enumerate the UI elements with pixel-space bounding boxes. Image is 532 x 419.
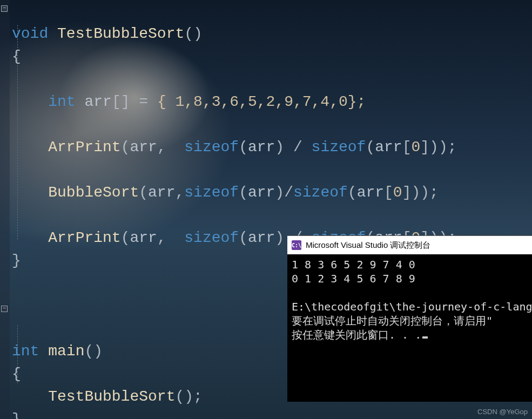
vs-icon: C:\ [292,240,301,250]
paren-close: ) [275,229,284,246]
parentheses: () [84,343,103,360]
paren-open: ( [121,229,130,246]
call-end: (); [175,388,202,405]
brace-close: } [12,252,21,269]
arg-arr: arr [248,139,275,156]
paren-close: ) [429,139,439,156]
console-output[interactable]: 1 8 3 6 5 2 9 7 4 0 0 1 2 3 4 5 6 7 8 9 … [287,254,532,345]
code-line[interactable]: TestBubbleSort(); [12,388,203,405]
call-bubblesort: BubbleSort [48,184,139,201]
identifier-arr: arr [84,93,111,110]
comma: , [175,184,184,201]
code-line[interactable]: ArrPrint(arr, sizeof(arr) / sizeof(arr[0… [12,139,457,156]
brace-open: { [12,366,21,382]
arg-arr: arr [248,184,275,201]
console-cursor [422,336,428,339]
console-titlebar[interactable]: C:\ Microsoft Visual Studio 调试控制台 [287,236,532,254]
literal-zero: 0 [393,184,402,201]
paren-open: ( [239,184,248,201]
bracket-open: [ [384,184,393,201]
call-testbubblesort: TestBubbleSort [48,388,175,405]
stmt-end: ); [439,139,457,156]
call-arrprint: ArrPrint [48,229,120,246]
output-path: E:\thecodeofgit\the-journey-of-c-langu [292,300,532,313]
arg-arr: arr [357,184,384,201]
brace-close: } [12,411,21,419]
stmt-end: ); [420,184,439,201]
code-line[interactable]: BubbleSort(arr,sizeof(arr)/sizeof(arr[0]… [12,184,439,201]
keyword-void: void [12,25,48,42]
arg-arr: arr [130,229,157,246]
comma: , [157,139,184,156]
fold-toggle-icon[interactable]: − [1,306,8,312]
function-main: main [48,343,84,360]
watermark: CSDN @YeGop [477,408,528,416]
brackets: [] [112,93,130,110]
vs-icon-text: C:\ [292,242,301,248]
paren-close: ) [411,184,420,201]
call-arrprint: ArrPrint [48,139,120,156]
code-line[interactable]: } [12,411,21,419]
paren-open: ( [139,184,148,201]
code-line[interactable]: { [12,48,21,65]
keyword-int: int [12,343,39,360]
output-msg: 按任意键关闭此窗口. . . [292,328,421,341]
paren-open: ( [366,139,375,156]
arg-arr: arr [248,229,275,246]
keyword-sizeof: sizeof [184,184,239,201]
bracket-close: ] [420,139,429,156]
operator-div: / [284,184,293,201]
output-line: 1 8 3 6 5 2 9 7 4 0 [292,258,415,271]
code-line[interactable]: void TestBubbleSort() [12,25,203,42]
arg-arr: arr [375,139,402,156]
array-literal: { 1,8,3,6,5,2,9,7,4,0}; [157,93,366,110]
literal-zero: 0 [411,139,420,156]
paren-open: ( [239,229,248,246]
code-line[interactable]: int arr[] = { 1,8,3,6,5,2,9,7,4,0}; [12,93,366,110]
console-title: Microsoft Visual Studio 调试控制台 [306,240,430,251]
code-line[interactable]: int main() [12,343,103,360]
arg-arr: arr [148,184,175,201]
output-line: 0 1 2 3 4 5 6 7 8 9 [292,272,415,285]
equals: = [130,93,157,110]
keyword-int: int [48,93,75,110]
parentheses: () [184,25,203,42]
fold-toggle-icon[interactable]: − [1,5,8,12]
operator-div: / [284,139,311,156]
keyword-sizeof: sizeof [184,229,239,246]
paren-close: ) [275,139,284,156]
paren-open: ( [239,139,248,156]
output-msg: 要在调试停止时自动关闭控制台，请启用" [292,314,493,327]
paren-open: ( [121,139,130,156]
brace-open: { [12,48,21,65]
keyword-sizeof: sizeof [312,139,366,156]
function-name: TestBubbleSort [57,25,184,42]
arg-arr: arr [130,139,157,156]
keyword-sizeof: sizeof [293,184,348,201]
debug-console-window[interactable]: C:\ Microsoft Visual Studio 调试控制台 1 8 3 … [287,235,532,402]
paren-open: ( [348,184,357,201]
keyword-sizeof: sizeof [184,139,239,156]
code-line[interactable]: } [12,252,21,269]
comma: , [157,229,184,246]
code-line[interactable]: { [12,366,21,382]
paren-close: ) [275,184,284,201]
editor-gutter [0,0,10,419]
bracket-open: [ [402,139,412,156]
bracket-close: ] [402,184,412,201]
